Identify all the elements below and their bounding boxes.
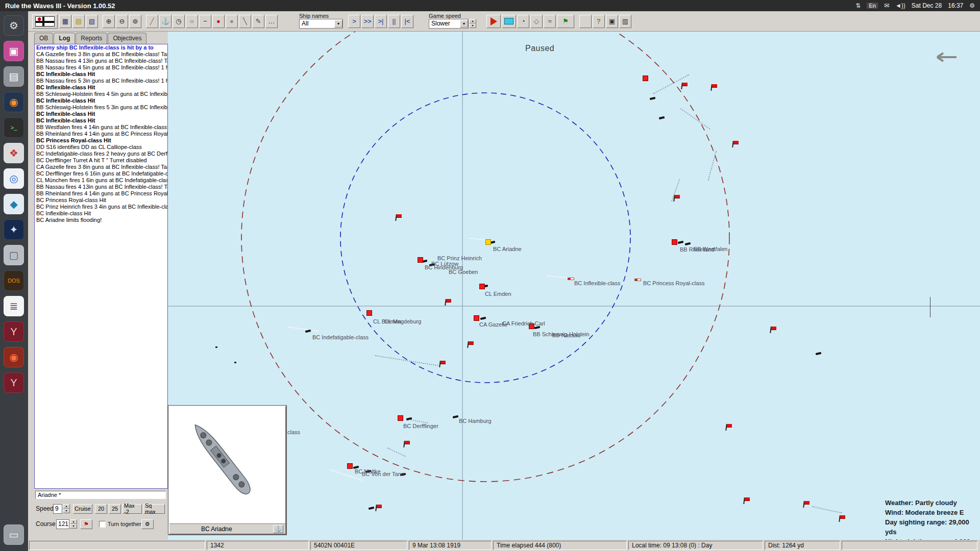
dock-screenshot-icon[interactable]: ▣ [4, 41, 24, 61]
max-2-button[interactable]: Max -2 [122, 504, 142, 514]
own-ship-marker[interactable] [485, 239, 491, 245]
enemy-flag-marker[interactable] [376, 505, 382, 511]
play-2-button[interactable]: >> [361, 15, 374, 28]
log-entry[interactable]: BC Princess Royal-class Hit [35, 137, 167, 144]
log-entry[interactable]: BB Rheinland fires 4 14in guns at BC Pri… [35, 131, 167, 137]
log-entry[interactable]: BC Inflexible-class Hit [35, 97, 167, 104]
identified-enemy-marker[interactable] [568, 278, 574, 280]
record-button[interactable]: ● [212, 15, 225, 28]
dock-firefox-icon[interactable]: ◉ [4, 92, 24, 112]
red-square-marker[interactable] [672, 239, 677, 245]
sq-max-button[interactable]: Sq max [143, 504, 165, 514]
log-entry[interactable]: CL München fires 1 6in guns at BC Indefa… [35, 177, 167, 184]
dock-browser-red-icon[interactable]: ◉ [4, 347, 24, 367]
speed-down-icon[interactable]: ▾ [63, 509, 70, 513]
dock-settings-icon[interactable]: ⚙ [4, 15, 24, 36]
zoom-out-button[interactable]: ⊖ [116, 15, 128, 28]
red-square-marker[interactable] [479, 284, 485, 289]
tag-button[interactable]: ◇ [530, 15, 543, 28]
log-entry[interactable]: BC Inflexible-class Hit [35, 111, 167, 117]
ship-viewport[interactable]: BC Ariadne ⚓ [168, 406, 286, 535]
log-entry[interactable]: BC Inflexible-class Hit [35, 71, 167, 78]
german-ensign-button[interactable] [32, 14, 58, 29]
dock-terminal-icon[interactable]: >_ [4, 117, 24, 138]
log-entry[interactable]: BB Schleswig-Holstein fires 5 3in guns a… [35, 104, 167, 111]
updown-arrows-icon[interactable]: ⇅ [855, 2, 861, 9]
speed-stepper[interactable]: 9 ▴▾ [53, 504, 70, 514]
contact-dot-marker[interactable] [234, 362, 236, 363]
pen-button[interactable]: ✎ [252, 15, 264, 28]
tab-objectives[interactable]: Objectives [108, 33, 146, 44]
log-entry[interactable]: CA Gazelle fires 3 8in guns at BC Inflex… [35, 51, 167, 58]
enemy-flag-marker[interactable] [732, 141, 739, 147]
log-entry[interactable]: Enemy ship BC Inflexible-class is hit by… [35, 44, 167, 51]
enemy-flag-marker[interactable] [681, 83, 688, 89]
dock-editor-icon[interactable]: ≣ [4, 296, 24, 316]
dock-dosbox-icon[interactable]: DOS [4, 270, 24, 291]
chevron-down-icon[interactable]: ▾ [334, 20, 342, 28]
identified-enemy-marker[interactable] [634, 279, 641, 281]
blank-button[interactable] [579, 15, 592, 28]
log-entry[interactable]: BB Schleswig-Holstein fires 4 5in guns a… [35, 91, 167, 97]
anchor-icon[interactable]: ⚓ [273, 525, 283, 533]
enemy-flag-marker[interactable] [711, 84, 717, 91]
enemy-flag-marker[interactable] [770, 327, 776, 333]
mail-icon[interactable]: ✉ [884, 2, 889, 9]
dock-photos-icon[interactable]: ◎ [4, 168, 24, 189]
log-entry[interactable]: DD S16 identifies DD as CL Calliope-clas… [35, 144, 167, 151]
log-entry[interactable]: BC Princess Royal-class Hit [35, 197, 167, 204]
anchor-button[interactable]: ⚓ [159, 15, 172, 28]
tray-time[interactable]: 16:37 [948, 2, 963, 9]
measure-button[interactable]: ╱ [146, 15, 158, 28]
log-entry[interactable]: BC Derfflinger Turret A hit T " Turret d… [35, 157, 167, 164]
tab-ob[interactable]: OB [34, 33, 53, 44]
more-button[interactable]: … [265, 15, 278, 28]
zoom-area-button[interactable]: ⊚ [129, 15, 141, 28]
enemy-flag-marker[interactable] [839, 515, 845, 522]
enemy-flag-marker[interactable] [674, 195, 680, 202]
log-entry[interactable]: CA Gazelle fires 3 8in guns at BC Inflex… [35, 164, 167, 170]
dock-package-icon[interactable]: ◆ [4, 194, 24, 214]
bearing-line-button[interactable]: ╲ [239, 15, 251, 28]
log-entry[interactable]: BB Rheinland fires 4 14in guns at BC Pri… [35, 190, 167, 197]
course-up-icon[interactable]: ▴ [70, 519, 77, 524]
speed-up-icon[interactable]: ▴ [63, 504, 70, 509]
enemy-flag-marker[interactable] [396, 214, 402, 221]
chart-button[interactable]: ▧ [86, 15, 98, 28]
play-1-button[interactable]: > [348, 15, 360, 28]
tactical-map[interactable]: Paused Weather: Partly cloudy Wind: Mode… [168, 32, 980, 540]
turn-together-checkbox[interactable] [99, 521, 106, 528]
combat-log[interactable]: Enemy ship BC Inflexible-class is hit by… [34, 44, 168, 489]
red-square-marker[interactable] [474, 315, 479, 321]
speed-25-button[interactable]: 25 [109, 504, 121, 514]
zoom-in-button[interactable]: ⊕ [103, 15, 115, 28]
enemy-flag-marker[interactable] [445, 299, 451, 306]
enemy-flag-marker[interactable] [439, 361, 446, 367]
help-button[interactable]: ? [593, 15, 605, 28]
red-square-marker[interactable] [643, 76, 648, 81]
log-entry[interactable]: BC Ariadne limits flooding! [35, 217, 167, 223]
enemy-flag-marker[interactable] [744, 497, 750, 504]
red-square-marker[interactable] [418, 257, 423, 263]
enemy-flag-marker[interactable] [404, 441, 410, 447]
play-3-button[interactable]: >| [375, 15, 387, 28]
log-entry[interactable]: BC Derfflinger fires 6 16in guns at BC I… [35, 170, 167, 177]
game-speed-select-value[interactable]: Slower▾ [429, 19, 469, 29]
save-button[interactable]: ▦ [59, 15, 71, 28]
chevron-down-icon[interactable]: ▾ [460, 20, 468, 28]
log-entry[interactable]: BC Inflexible-class Hit [35, 84, 167, 91]
dock-files-icon[interactable]: ▤ [4, 66, 24, 87]
snapshot-button[interactable]: ▣ [606, 15, 618, 28]
red-square-marker[interactable] [398, 415, 403, 421]
log-entry[interactable]: BB Westfalen fires 4 14in guns at BC Inf… [35, 124, 167, 131]
enemy-flag-marker[interactable] [803, 501, 810, 508]
course-stepper[interactable]: 121 ▴▾ [56, 519, 77, 529]
log-entry[interactable]: BB Nassau fires 4 5in guns at BC Inflexi… [35, 64, 167, 71]
red-square-marker[interactable] [366, 310, 372, 316]
log-entry[interactable]: BC Inflexible-class Hit [35, 210, 167, 217]
enemy-flag-marker[interactable] [726, 424, 732, 431]
tab-reports[interactable]: Reports [76, 33, 107, 44]
spin-up-icon[interactable]: ▴ [469, 19, 476, 23]
dock-trash-icon[interactable]: ▭ [4, 524, 24, 545]
play-5-button[interactable]: |< [401, 15, 413, 28]
